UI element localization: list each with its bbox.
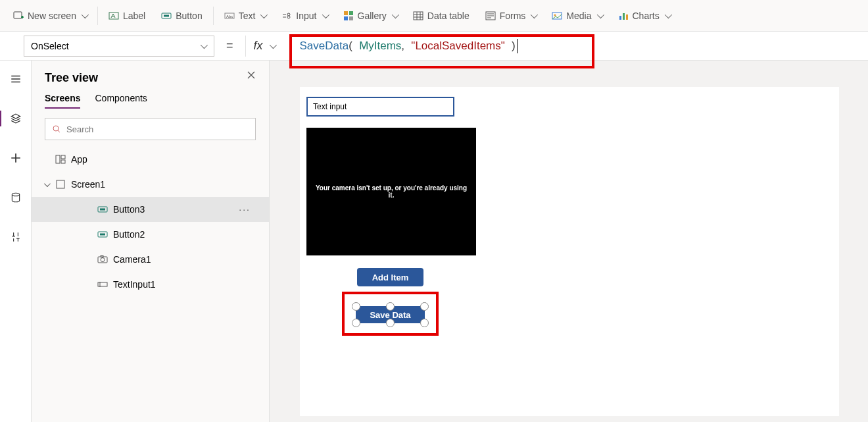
resize-handle-bc[interactable] (386, 319, 395, 327)
database-icon (10, 192, 22, 203)
property-selector[interactable]: OnSelect (24, 36, 214, 57)
svg-rect-23 (61, 160, 65, 163)
text-caret (517, 39, 518, 53)
svg-point-19 (12, 193, 19, 196)
formula-paren-open: ( (349, 40, 352, 53)
svg-rect-12 (414, 12, 423, 20)
canvas-area: Text input Your camera isn't set up, or … (270, 61, 868, 422)
new-screen-menu[interactable]: New screen (5, 0, 95, 31)
tree-node-label: Camera1 (113, 254, 151, 265)
media-menu-label: Media (566, 11, 591, 21)
gallery-menu-label: Gallery (358, 11, 387, 21)
media-menu[interactable]: Media (544, 0, 610, 31)
forms-icon (485, 11, 496, 21)
textinput-control[interactable]: Text input (306, 97, 454, 117)
rail-insert[interactable] (0, 147, 32, 169)
rail-tree-view[interactable] (0, 108, 32, 129)
expander[interactable] (42, 182, 50, 187)
formula-paren-close: ) (512, 40, 516, 53)
svg-point-7 (287, 16, 290, 18)
charts-menu-label: Charts (633, 11, 660, 21)
chevron-down-icon (269, 41, 276, 48)
close-panel-button[interactable] (247, 70, 256, 82)
textinput-icon (97, 279, 108, 290)
tree-node-button2[interactable]: Button2 (32, 222, 269, 247)
rail-tools[interactable] (0, 226, 32, 248)
resize-handle-tl[interactable] (352, 302, 360, 311)
tree-tabs: Screens Components (32, 93, 269, 115)
formula-input[interactable]: SaveData( MyItems, "LocalSavedItems" ) (291, 33, 865, 59)
svg-rect-21 (56, 155, 60, 163)
rail-data[interactable] (0, 187, 32, 208)
data-table-control[interactable]: Data table (405, 0, 477, 31)
ribbon: New screen Label Button Abc Text Input G… (0, 0, 868, 32)
svg-point-6 (287, 13, 290, 16)
tree-node-app[interactable]: App (32, 147, 269, 172)
left-rail (0, 61, 32, 422)
text-menu-label: Text (239, 11, 256, 21)
tree-node-screen1[interactable]: Screen1 (32, 172, 269, 197)
ribbon-separator (97, 7, 98, 25)
main-area: Tree view Screens Components Search App … (0, 61, 868, 422)
property-name: OnSelect (31, 41, 69, 51)
gallery-icon (343, 11, 354, 21)
tree-node-textinput1[interactable]: TextInput1 (32, 272, 269, 297)
camera-control[interactable]: Your camera isn't set up, or you're alre… (306, 128, 476, 255)
screen-icon (55, 179, 66, 190)
ribbon-separator (213, 7, 214, 25)
chevron-down-icon (531, 11, 538, 18)
svg-rect-10 (344, 16, 348, 20)
svg-point-20 (53, 126, 59, 131)
svg-point-15 (554, 14, 556, 16)
formula-bar: OnSelect = fx SaveData( MyItems, "LocalS… (0, 32, 868, 61)
search-placeholder: Search (66, 124, 93, 134)
equals-sign: = (214, 39, 245, 53)
tree-search[interactable]: Search (45, 118, 256, 140)
button-control[interactable]: Button (153, 0, 210, 31)
camera-message: Your camera isn't set up, or you're alre… (314, 184, 468, 199)
resize-handle-bl[interactable] (352, 319, 360, 327)
formula-string: "LocalSavedItems" (411, 40, 504, 53)
text-menu[interactable]: Abc Text (216, 0, 274, 31)
resize-handle-br[interactable] (420, 319, 429, 327)
add-item-button[interactable]: Add Item (357, 268, 423, 286)
resize-handle-tc[interactable] (386, 302, 395, 311)
tree-node-label: App (71, 154, 87, 165)
tools-icon (10, 231, 22, 243)
tree-node-label: Button2 (113, 229, 145, 240)
charts-icon (618, 11, 629, 21)
label-control[interactable]: Label (101, 0, 153, 31)
tab-screens[interactable]: Screens (45, 93, 80, 109)
formula-fn: SaveData (300, 40, 349, 53)
svg-rect-32 (98, 282, 107, 286)
input-menu[interactable]: Input (274, 0, 335, 31)
tree-view-panel: Tree view Screens Components Search App … (32, 61, 270, 422)
resize-handle-tr[interactable] (420, 302, 429, 311)
svg-rect-17 (623, 13, 625, 20)
tab-components[interactable]: Components (95, 93, 147, 109)
fx-button[interactable]: fx (245, 36, 283, 57)
forms-menu[interactable]: Forms (477, 0, 544, 31)
label-control-text: Label (123, 11, 145, 21)
tree-node-camera1[interactable]: Camera1 (32, 247, 269, 272)
camera-icon (97, 254, 108, 265)
button-icon (97, 204, 108, 215)
layers-icon (10, 113, 22, 124)
rail-hamburger[interactable] (0, 68, 32, 90)
app-canvas[interactable]: Text input Your camera isn't set up, or … (300, 87, 839, 416)
tree-node-button3[interactable]: Button3 ··· (32, 197, 269, 222)
svg-rect-9 (349, 11, 353, 15)
svg-rect-0 (14, 12, 22, 18)
new-screen-label: New screen (28, 11, 76, 21)
input-menu-label: Input (296, 11, 316, 21)
svg-rect-3 (164, 14, 169, 16)
fx-label: fx (254, 39, 263, 53)
button-control-text: Button (176, 11, 202, 21)
save-button-annotation-box: Save Data (342, 292, 439, 336)
new-screen-icon (13, 11, 24, 21)
svg-rect-18 (626, 14, 628, 20)
more-menu[interactable]: ··· (239, 204, 251, 215)
chevron-down-icon (260, 11, 268, 18)
charts-menu[interactable]: Charts (610, 0, 678, 31)
gallery-menu[interactable]: Gallery (335, 0, 405, 31)
